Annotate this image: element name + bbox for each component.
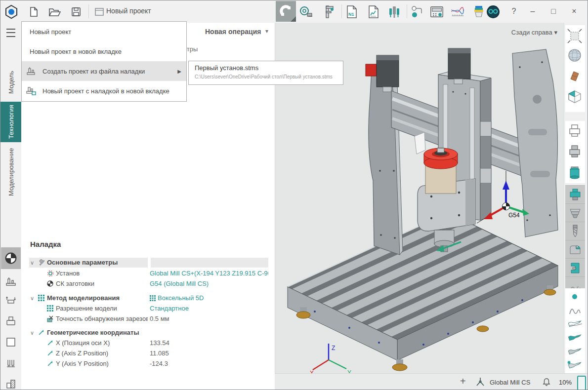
axis-triad: Z X Y — [299, 341, 358, 373]
param-row[interactable]: Разрешение модели Стандартное — [21, 304, 275, 313]
machine-setup-icon[interactable] — [5, 275, 17, 287]
active-cs-label[interactable]: Global Mill CS — [490, 379, 530, 386]
tools-library-icon[interactable] — [387, 4, 402, 19]
param-row[interactable]: Установ Global Mill CS+(X-194 Y123 Z19.9… — [21, 269, 275, 278]
toolbar-separator — [88, 4, 89, 18]
tab-technology[interactable]: Технология — [0, 102, 21, 142]
open-folder-icon[interactable] — [47, 4, 62, 19]
maximize-button[interactable]: □ — [546, 5, 561, 18]
part-solid-icon[interactable] — [567, 144, 583, 159]
stock-layers-button[interactable] — [565, 203, 585, 222]
cs-origin-icon[interactable] — [5, 252, 17, 264]
project-tab-icon[interactable] — [92, 4, 107, 19]
stock-icon[interactable] — [5, 315, 17, 327]
section-box-icon[interactable] — [567, 89, 583, 105]
setup-file-name[interactable]: Первый установ.stms — [195, 64, 258, 72]
left-rail: Модель Технология Моделирование — [0, 23, 22, 390]
cs-axis-icon — [475, 377, 486, 388]
chevron-down-icon[interactable]: ∨ — [30, 293, 34, 303]
coordinates-arrow-icon — [47, 350, 54, 357]
node-link-icon[interactable] — [410, 4, 424, 19]
graphs-icon[interactable] — [450, 4, 465, 19]
operation-dropdown-icon[interactable]: ▾ — [265, 28, 268, 35]
param-group-row[interactable]: ∨ Метод моделирования Воксельный 5D — [21, 293, 275, 303]
report-icon[interactable] — [366, 4, 381, 19]
caliper-icon[interactable] — [321, 4, 336, 19]
project-tab[interactable]: Новый проект — [106, 7, 151, 15]
surface-point-icon[interactable] — [567, 359, 583, 372]
close-button[interactable]: × — [567, 5, 582, 18]
svg-text:G54: G54 — [508, 212, 520, 219]
dropdown-corner-icon — [291, 16, 296, 22]
snap-magnet-button[interactable] — [276, 1, 296, 22]
tool-drill-button[interactable] — [565, 222, 585, 240]
app-logo-icon[interactable] — [4, 4, 19, 19]
curve-icon[interactable] — [567, 304, 583, 317]
save-icon[interactable] — [69, 4, 84, 19]
fit-view-icon[interactable] — [567, 28, 583, 44]
recent-setup-submenu[interactable]: Первый установ.stms C:\Users\sever\OneDr… — [188, 61, 343, 85]
menu-item-new-project[interactable]: Новый проект — [22, 22, 186, 41]
workspace-box-icon[interactable] — [5, 336, 17, 348]
add-cs-button[interactable]: + — [460, 376, 466, 387]
result-compare-icon[interactable] — [5, 378, 17, 390]
shaded-view-icon[interactable] — [567, 47, 583, 63]
menu-item-new-project-tab[interactable]: Новый проект в новой вкладке — [22, 41, 186, 61]
voxel-grid-icon — [38, 295, 45, 302]
submenu-arrow-icon: ▶ — [177, 69, 181, 74]
chevron-down-icon[interactable]: ∨ — [30, 258, 34, 268]
menu-item-project-from-setup[interactable]: Создать проект из файла наладки ▶ — [22, 61, 186, 81]
param-row[interactable]: Z (Axis Z Position) 11.085 — [21, 349, 275, 358]
menu-item-new-project-with-setup[interactable]: Новый проект с наладкой в новой вкладке — [22, 81, 186, 101]
tab-model[interactable]: Модель — [0, 65, 21, 100]
assistant-robot-icon[interactable] — [486, 4, 501, 19]
file-dropdown-menu: Новый проект Новый проект в новой вкладк… — [21, 21, 187, 102]
minimize-button[interactable]: – — [525, 5, 540, 18]
machine-head-button[interactable] — [565, 240, 585, 259]
chevron-down-icon[interactable]: ∨ — [30, 328, 34, 338]
param-row[interactable]: СК заготовки G54 (Global Mill CS) — [21, 279, 275, 289]
param-row[interactable]: Точность обнаружения зарезов 0.5 мм — [21, 314, 275, 324]
right-rail — [564, 23, 588, 390]
application-window: Новый проект N1 — [0, 0, 588, 390]
voxel-grid-icon — [150, 295, 156, 301]
fixture-clamps-icon[interactable] — [5, 357, 17, 369]
calculator-icon[interactable] — [429, 4, 444, 19]
wrench-icon — [38, 259, 45, 266]
point-icon[interactable] — [567, 290, 583, 303]
statusbar: + Global Mill CS 10% — [275, 373, 588, 390]
setup-icon — [47, 270, 54, 277]
surface-wireframe-icon[interactable] — [567, 318, 583, 331]
left-stepper-motor — [377, 55, 399, 92]
machine-fixture-button[interactable] — [565, 258, 585, 277]
help-button[interactable]: ? — [506, 5, 521, 18]
stock-fixture-button[interactable] — [565, 185, 585, 204]
param-row[interactable]: X (Позиция оси X) 133.54 — [21, 338, 275, 348]
cs-quadrant-icon — [47, 280, 54, 287]
red-connector — [366, 64, 377, 76]
toolbar-separator — [407, 4, 407, 18]
tab-simulation[interactable]: Моделирование — [0, 144, 21, 199]
param-row[interactable]: Y (Axis Y Position) -124.3 — [21, 359, 275, 369]
layers-stack-icon[interactable] — [471, 4, 486, 19]
param-group-row[interactable]: ∨ Основные параметры — [21, 258, 275, 268]
nc-program-icon[interactable]: N1 — [344, 4, 359, 19]
progress-indicator — [577, 376, 586, 390]
section-title: Наладка — [30, 240, 61, 248]
workpiece-move-icon[interactable] — [5, 294, 17, 306]
right-stepper-motor — [448, 48, 470, 84]
zoom-level[interactable]: 10% — [559, 379, 572, 386]
main-menu-icon[interactable] — [6, 29, 15, 37]
surface-gray-icon[interactable] — [567, 346, 583, 358]
tape-measure-icon[interactable] — [298, 4, 313, 19]
svg-text:Y: Y — [347, 369, 351, 373]
notifications-bell-icon[interactable] — [542, 377, 551, 387]
surface-solid-icon[interactable] — [567, 332, 583, 345]
new-file-icon[interactable] — [26, 4, 41, 19]
part-wireframe-icon[interactable] — [567, 123, 583, 139]
surface-view-icon[interactable] — [567, 68, 583, 84]
param-group-row[interactable]: ∨ Геометрические координаты — [21, 328, 275, 338]
right-gantry-plate — [512, 49, 558, 237]
operation-title[interactable]: Новая операция — [205, 28, 261, 36]
workpiece-visible-icon[interactable] — [567, 165, 583, 181]
